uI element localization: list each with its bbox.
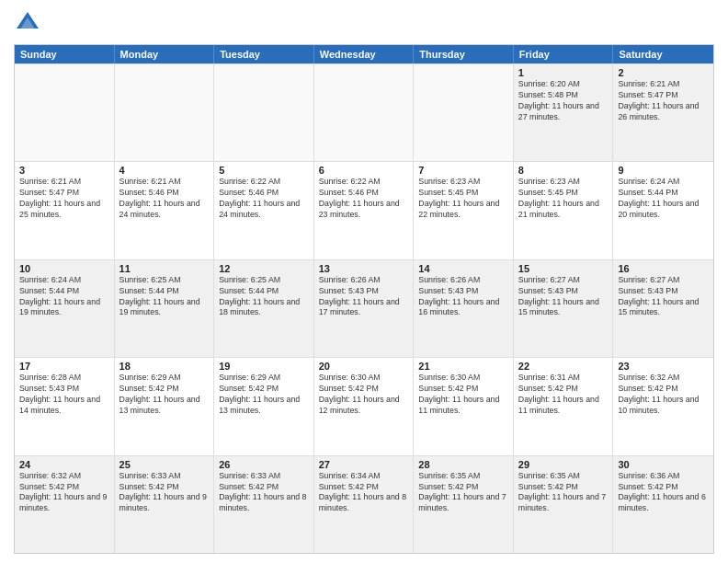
calendar-cell: 10Sunrise: 6:24 AM Sunset: 5:44 PM Dayli…: [15, 260, 115, 357]
day-number: 26: [219, 459, 309, 470]
day-detail: Sunrise: 6:21 AM Sunset: 5:47 PM Dayligh…: [618, 79, 709, 123]
day-number: 29: [518, 459, 609, 470]
day-detail: Sunrise: 6:35 AM Sunset: 5:42 PM Dayligh…: [518, 471, 609, 515]
header-day: Monday: [115, 45, 215, 63]
calendar-cell: 11Sunrise: 6:25 AM Sunset: 5:44 PM Dayli…: [115, 260, 215, 357]
day-detail: Sunrise: 6:21 AM Sunset: 5:46 PM Dayligh…: [119, 177, 210, 221]
calendar-row: 1Sunrise: 6:20 AM Sunset: 5:48 PM Daylig…: [15, 63, 713, 161]
calendar-cell: 21Sunrise: 6:30 AM Sunset: 5:42 PM Dayli…: [414, 358, 514, 454]
calendar-cell: 9Sunrise: 6:24 AM Sunset: 5:44 PM Daylig…: [613, 162, 713, 259]
day-detail: Sunrise: 6:25 AM Sunset: 5:44 PM Dayligh…: [119, 275, 210, 319]
calendar-row: 3Sunrise: 6:21 AM Sunset: 5:47 PM Daylig…: [15, 161, 713, 259]
day-detail: Sunrise: 6:35 AM Sunset: 5:42 PM Dayligh…: [418, 471, 508, 515]
day-detail: Sunrise: 6:29 AM Sunset: 5:42 PM Dayligh…: [119, 373, 210, 417]
calendar-cell: 6Sunrise: 6:22 AM Sunset: 5:46 PM Daylig…: [314, 162, 415, 259]
day-detail: Sunrise: 6:27 AM Sunset: 5:43 PM Dayligh…: [618, 275, 709, 319]
day-detail: Sunrise: 6:32 AM Sunset: 5:42 PM Dayligh…: [19, 471, 109, 515]
calendar-cell: 24Sunrise: 6:32 AM Sunset: 5:42 PM Dayli…: [15, 456, 115, 553]
day-number: 4: [119, 165, 210, 176]
calendar-cell: 15Sunrise: 6:27 AM Sunset: 5:43 PM Dayli…: [514, 260, 614, 357]
day-detail: Sunrise: 6:26 AM Sunset: 5:43 PM Dayligh…: [418, 275, 508, 319]
day-detail: Sunrise: 6:23 AM Sunset: 5:45 PM Dayligh…: [418, 177, 508, 221]
header-day: Wednesday: [314, 45, 415, 63]
calendar-cell: 8Sunrise: 6:23 AM Sunset: 5:45 PM Daylig…: [514, 162, 614, 259]
calendar-cell: 4Sunrise: 6:21 AM Sunset: 5:46 PM Daylig…: [115, 162, 215, 259]
calendar-cell: 12Sunrise: 6:25 AM Sunset: 5:44 PM Dayli…: [214, 260, 314, 357]
day-detail: Sunrise: 6:24 AM Sunset: 5:44 PM Dayligh…: [19, 275, 109, 319]
header-day: Thursday: [414, 45, 514, 63]
day-number: 30: [618, 459, 709, 470]
day-detail: Sunrise: 6:24 AM Sunset: 5:44 PM Dayligh…: [618, 177, 709, 221]
page-header: [14, 9, 714, 37]
day-number: 14: [418, 263, 508, 274]
header-day: Friday: [514, 45, 614, 63]
day-number: 27: [319, 459, 409, 470]
day-number: 15: [518, 263, 609, 274]
day-number: 7: [418, 165, 508, 176]
day-number: 23: [618, 361, 709, 372]
calendar-cell: [414, 64, 514, 161]
day-detail: Sunrise: 6:36 AM Sunset: 5:42 PM Dayligh…: [618, 471, 709, 515]
day-detail: Sunrise: 6:22 AM Sunset: 5:46 PM Dayligh…: [219, 177, 309, 221]
day-number: 22: [518, 361, 609, 372]
calendar-cell: 23Sunrise: 6:32 AM Sunset: 5:42 PM Dayli…: [613, 358, 713, 454]
day-number: 9: [618, 165, 709, 176]
calendar-cell: 26Sunrise: 6:33 AM Sunset: 5:42 PM Dayli…: [214, 456, 314, 553]
day-detail: Sunrise: 6:23 AM Sunset: 5:45 PM Dayligh…: [518, 177, 609, 221]
logo-icon: [14, 9, 41, 37]
header-day: Saturday: [613, 45, 713, 63]
calendar-cell: 27Sunrise: 6:34 AM Sunset: 5:42 PM Dayli…: [314, 456, 415, 553]
day-number: 28: [418, 459, 508, 470]
day-detail: Sunrise: 6:26 AM Sunset: 5:43 PM Dayligh…: [319, 275, 409, 319]
day-number: 5: [219, 165, 309, 176]
calendar-cell: 5Sunrise: 6:22 AM Sunset: 5:46 PM Daylig…: [214, 162, 314, 259]
calendar: SundayMondayTuesdayWednesdayThursdayFrid…: [14, 44, 714, 554]
day-number: 18: [119, 361, 210, 372]
day-detail: Sunrise: 6:33 AM Sunset: 5:42 PM Dayligh…: [219, 471, 309, 515]
day-number: 17: [19, 361, 109, 372]
calendar-cell: 2Sunrise: 6:21 AM Sunset: 5:47 PM Daylig…: [613, 64, 713, 161]
day-number: 20: [319, 361, 409, 372]
calendar-cell: [15, 64, 115, 161]
day-detail: Sunrise: 6:20 AM Sunset: 5:48 PM Dayligh…: [518, 79, 609, 123]
calendar-row: 17Sunrise: 6:28 AM Sunset: 5:43 PM Dayli…: [15, 357, 713, 454]
calendar-cell: 16Sunrise: 6:27 AM Sunset: 5:43 PM Dayli…: [613, 260, 713, 357]
calendar-cell: 28Sunrise: 6:35 AM Sunset: 5:42 PM Dayli…: [414, 456, 514, 553]
day-number: 24: [19, 459, 109, 470]
day-detail: Sunrise: 6:30 AM Sunset: 5:42 PM Dayligh…: [418, 373, 508, 417]
day-number: 19: [219, 361, 309, 372]
day-detail: Sunrise: 6:29 AM Sunset: 5:42 PM Dayligh…: [219, 373, 309, 417]
day-number: 8: [518, 165, 609, 176]
calendar-cell: 17Sunrise: 6:28 AM Sunset: 5:43 PM Dayli…: [15, 358, 115, 454]
calendar-cell: 19Sunrise: 6:29 AM Sunset: 5:42 PM Dayli…: [214, 358, 314, 454]
calendar-cell: [314, 64, 415, 161]
calendar-body: 1Sunrise: 6:20 AM Sunset: 5:48 PM Daylig…: [15, 63, 713, 553]
header-day: Sunday: [15, 45, 115, 63]
calendar-cell: 20Sunrise: 6:30 AM Sunset: 5:42 PM Dayli…: [314, 358, 415, 454]
day-number: 16: [618, 263, 709, 274]
day-number: 25: [119, 459, 210, 470]
day-detail: Sunrise: 6:22 AM Sunset: 5:46 PM Dayligh…: [319, 177, 409, 221]
calendar-cell: 29Sunrise: 6:35 AM Sunset: 5:42 PM Dayli…: [514, 456, 614, 553]
calendar-cell: [115, 64, 215, 161]
calendar-row: 10Sunrise: 6:24 AM Sunset: 5:44 PM Dayli…: [15, 259, 713, 357]
day-number: 11: [119, 263, 210, 274]
day-detail: Sunrise: 6:32 AM Sunset: 5:42 PM Dayligh…: [618, 373, 709, 417]
calendar-cell: 25Sunrise: 6:33 AM Sunset: 5:42 PM Dayli…: [115, 456, 215, 553]
calendar-cell: 13Sunrise: 6:26 AM Sunset: 5:43 PM Dayli…: [314, 260, 415, 357]
day-detail: Sunrise: 6:34 AM Sunset: 5:42 PM Dayligh…: [319, 471, 409, 515]
day-number: 6: [319, 165, 409, 176]
calendar-cell: [214, 64, 314, 161]
calendar-cell: 3Sunrise: 6:21 AM Sunset: 5:47 PM Daylig…: [15, 162, 115, 259]
day-number: 13: [319, 263, 409, 274]
logo: [14, 9, 45, 37]
day-detail: Sunrise: 6:33 AM Sunset: 5:42 PM Dayligh…: [119, 471, 210, 515]
header-day: Tuesday: [214, 45, 314, 63]
day-number: 10: [19, 263, 109, 274]
day-number: 2: [618, 67, 709, 78]
calendar-cell: 30Sunrise: 6:36 AM Sunset: 5:42 PM Dayli…: [613, 456, 713, 553]
day-detail: Sunrise: 6:28 AM Sunset: 5:43 PM Dayligh…: [19, 373, 109, 417]
calendar-cell: 7Sunrise: 6:23 AM Sunset: 5:45 PM Daylig…: [414, 162, 514, 259]
calendar-cell: 22Sunrise: 6:31 AM Sunset: 5:42 PM Dayli…: [514, 358, 614, 454]
day-detail: Sunrise: 6:30 AM Sunset: 5:42 PM Dayligh…: [319, 373, 409, 417]
